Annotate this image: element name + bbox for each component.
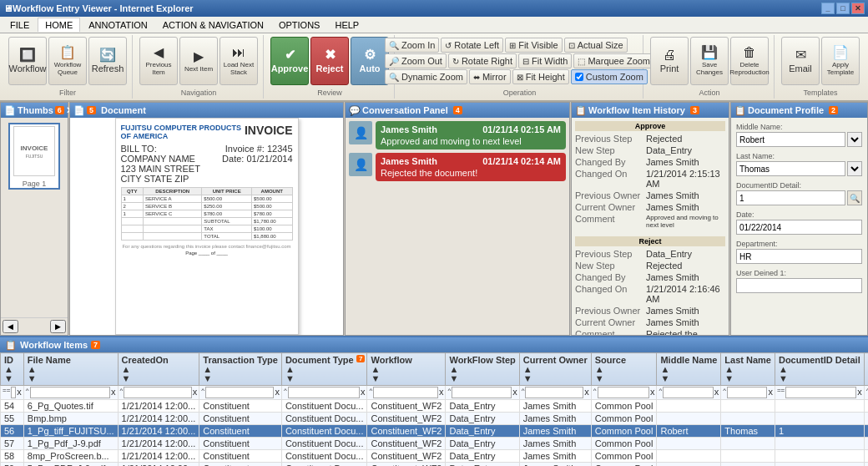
dynamic-zoom-button[interactable]: 🔍 Dynamic Zoom [385, 69, 467, 84]
conv-message-2: 👤 James Smith 01/21/14 02:14 AM Rejected… [349, 153, 566, 181]
filter-lastname[interactable] [727, 387, 767, 398]
dp-input-middle-name[interactable] [736, 132, 845, 147]
document-view-area[interactable]: FUJITSU COMPUTER PRODUCTS OF AMERICA INV… [70, 118, 343, 335]
menu-help[interactable]: HELP [328, 18, 366, 32]
wf-label-new-step-approve: New Step [575, 145, 646, 155]
window-controls: _ □ ✕ [821, 3, 865, 14]
zoom-out-button[interactable]: 🔎 Zoom Out [385, 53, 447, 68]
next-item-icon: ▶ [194, 50, 204, 63]
marquee-zoom-button[interactable]: ⬚ Marquee Zoom [573, 53, 654, 68]
reject-button[interactable]: ✖ Reject [310, 37, 349, 85]
thumb-prev[interactable]: ◀ [3, 320, 18, 333]
fit-visible-button[interactable]: ⊞ Fit Visible [505, 38, 562, 53]
mirror-button[interactable]: ⬌ Mirror [469, 69, 511, 84]
dp-select-middle-name[interactable]: ▼ [847, 132, 862, 147]
menu-home[interactable]: HOME [38, 18, 80, 32]
workflow-queue-button[interactable]: 📋 Workflow Queue [48, 37, 87, 85]
filter-id[interactable] [11, 387, 16, 398]
custom-zoom-button[interactable]: Custom Zoom [571, 69, 648, 84]
menu-options[interactable]: OPTIONS [272, 18, 327, 32]
table-row[interactable]: 571_Pg_Pdf_J-9.pdf1/21/2014 12:00...Cons… [1, 438, 869, 450]
filter-transtype[interactable] [205, 387, 274, 398]
workflow-items-table-container[interactable]: ID ▲▼ File Name ▲▼ CreatedOn ▲▼ Transact… [0, 352, 868, 466]
menu-annotation[interactable]: ANNOTATION [82, 18, 154, 32]
col-header-wfstep[interactable]: WorkFlow Step ▲▼ [446, 353, 519, 386]
dp-input-doc-id[interactable] [736, 190, 845, 205]
dp-input-department[interactable] [736, 249, 862, 264]
dp-input-last-name[interactable] [736, 161, 845, 176]
company-name: FUJITSU COMPUTER PRODUCTS OF AMERICA [121, 124, 245, 140]
filter-filename[interactable] [30, 387, 110, 398]
ribbon-group-operation: 🔍 Zoom In ↺ Rotate Left ⊞ Fit Visible ⊡ … [396, 35, 643, 99]
actual-size-button[interactable]: ⊡ Actual Size [564, 38, 628, 53]
filter-owner[interactable] [525, 387, 583, 398]
auto-icon: ⚙ [364, 48, 376, 62]
thumbnails-header: 📄 Thumbs 6 ✕ [1, 103, 68, 118]
filter-source[interactable] [598, 387, 649, 398]
thumb-next[interactable]: ▶ [50, 320, 66, 333]
wf-value-prev-owner-approve: James Smith [646, 190, 725, 200]
save-changes-button[interactable]: 💾 Save Changes [690, 37, 729, 85]
menu-file[interactable]: FILE [3, 18, 36, 32]
rotate-left-button[interactable]: ↺ Rotate Left [441, 38, 503, 53]
col-header-lastname[interactable]: Last Name ▲▼ [721, 353, 775, 386]
wf-approve-title: Approve [575, 121, 725, 131]
filter-doctype[interactable] [288, 387, 360, 398]
table-row[interactable]: 561_Pg_tiff_FUJITSU...1/21/2014 12:00...… [1, 425, 869, 438]
thumb-scroll-area[interactable]: INVOICE FUJITSU Page 1 [1, 118, 68, 317]
table-row[interactable]: 595_Pg_PDF_J-9.pdf1/21/2014 12:00...Cons… [1, 463, 869, 467]
table-row[interactable]: 55Bmp.bmp1/21/2014 12:00...ConstituentCo… [1, 413, 869, 425]
dp-label-user-defined: User Deined 1: [736, 269, 862, 277]
maximize-button[interactable]: □ [836, 3, 850, 14]
table-row[interactable]: 588mp_ProScreen.b...1/21/2014 12:00...Co… [1, 450, 869, 463]
apply-template-button[interactable]: 📄 Apply Template [821, 37, 860, 85]
close-button[interactable]: ✕ [851, 3, 865, 14]
email-button[interactable]: ✉ Email [781, 37, 820, 85]
dp-search-button[interactable]: 🔍 [847, 190, 862, 205]
auto-button[interactable]: ⚙ Auto [351, 37, 389, 85]
dp-select-last-name[interactable]: ▼ [847, 161, 862, 176]
print-button[interactable]: 🖨 Print [650, 37, 689, 85]
zoom-in-button[interactable]: 🔍 Zoom In [385, 38, 439, 53]
col-header-transtype[interactable]: Transaction Type ▲▼ [199, 353, 282, 386]
conversation-body[interactable]: 👤 James Smith 01/21/14 02:15 AM Approved… [346, 118, 569, 335]
col-header-middlename[interactable]: Middle Name ▲▼ [657, 353, 721, 386]
filter-createdon[interactable] [124, 387, 191, 398]
approve-button[interactable]: ✔ Approve [270, 37, 309, 85]
conv-avatar-1: 👤 [349, 121, 372, 144]
rotate-right-button[interactable]: ↻ Rotate Right [448, 53, 517, 68]
col-header-workflow[interactable]: Workflow ▲▼ [367, 353, 446, 386]
col-header-id[interactable]: ID ▲▼ [1, 353, 24, 386]
load-next-stack-button[interactable]: ⏭ Load Next Stack [220, 37, 258, 85]
col-header-date[interactable]: Date ▲▼ [864, 353, 868, 386]
menu-action-navigation[interactable]: ACTION & NAVIGATION [156, 18, 270, 32]
dp-input-user-defined[interactable] [736, 278, 862, 293]
fit-height-button[interactable]: ⊠ Fit Height [512, 69, 569, 84]
col-header-filename[interactable]: File Name ▲▼ [23, 353, 118, 386]
previous-item-button[interactable]: ◀ Previous Item [139, 37, 178, 85]
col-header-owner[interactable]: Current Owner ▲▼ [519, 353, 591, 386]
filter-docid[interactable] [785, 387, 856, 398]
col-header-doctype[interactable]: Document Type 7▲▼ [281, 353, 367, 386]
delete-reproduction-button[interactable]: 🗑 Delete Reproduction [730, 37, 769, 85]
filter-middlename[interactable] [663, 387, 714, 398]
col-header-dociddetail[interactable]: DocumentID Detail ▲▼ [775, 353, 864, 386]
dp-input-date[interactable] [736, 220, 862, 235]
previous-item-label: Previous Item [140, 61, 177, 76]
refresh-button[interactable]: 🔄 Refresh [88, 37, 127, 85]
table-row[interactable]: 546_Pg_Quotes.tif1/21/2014 12:00...Const… [1, 400, 869, 413]
col-header-createdon[interactable]: CreatedOn ▲▼ [118, 353, 199, 386]
approve-label: Approve [271, 63, 309, 73]
document-panel: 📄 5 Document FUJITSU COMPUTER PRODUCTS O… [69, 102, 344, 336]
filter-workflow[interactable] [373, 387, 438, 398]
custom-zoom-checkbox[interactable] [575, 73, 583, 81]
filter-wfstep[interactable] [452, 387, 512, 398]
fit-width-button[interactable]: ⊟ Fit Width [518, 53, 572, 68]
col-header-source[interactable]: Source ▲▼ [591, 353, 657, 386]
ribbon: 🔲 Workflow 📋 Workflow Queue 🔄 Refresh Fi… [0, 33, 868, 102]
thumb-page-1[interactable]: INVOICE FUJITSU Page 1 [8, 123, 60, 190]
workflow-button[interactable]: 🔲 Workflow [8, 37, 47, 85]
next-item-button[interactable]: ▶ Next Item [179, 37, 218, 85]
email-label: Email [789, 63, 812, 73]
minimize-button[interactable]: _ [821, 3, 835, 14]
